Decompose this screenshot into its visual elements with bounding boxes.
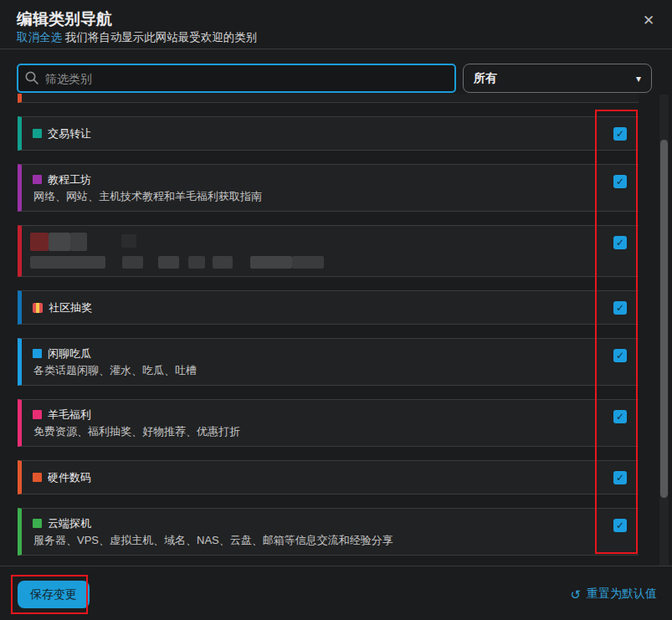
category-checkbox[interactable]: ✓	[613, 127, 627, 141]
category-color-icon	[33, 519, 42, 528]
deselect-all-link[interactable]: 取消全选	[17, 31, 62, 44]
category-checkbox[interactable]: ✓	[613, 301, 627, 315]
category-checkbox[interactable]: ✓	[613, 175, 627, 188]
search-input[interactable]	[17, 64, 456, 93]
category-name: 社区抽奖	[49, 300, 92, 315]
category-title-line: 教程工坊	[33, 172, 580, 187]
modal-footer: 保存变更 ↺ 重置为默认值	[0, 566, 672, 620]
modal-subtitle: 我们将自动显示此网站最受欢迎的类别	[65, 31, 258, 44]
category-name: 硬件数码	[48, 470, 91, 484]
redaction-blob	[30, 256, 105, 269]
redaction-blob	[158, 256, 179, 269]
filter-controls: 所有 ▾	[17, 64, 652, 93]
category-row[interactable]: ✓	[18, 225, 639, 277]
redacted-content	[22, 233, 580, 269]
category-row[interactable]: 硬件数码 ✓	[18, 460, 639, 494]
category-name: 闲聊吃瓜	[48, 346, 91, 361]
redaction-blob	[49, 233, 70, 251]
category-row[interactable]	[18, 94, 639, 103]
reset-icon: ↺	[570, 588, 581, 601]
category-name: 教程工坊	[48, 172, 91, 187]
category-title-line: 硬件数码	[33, 470, 580, 484]
category-title-line: 闲聊吃瓜	[33, 346, 580, 361]
search-box	[17, 64, 456, 93]
category-row[interactable]: 羊毛福利 免费资源、福利抽奖、好物推荐、优惠打折 ✓	[18, 399, 639, 447]
category-name: 羊毛福利	[48, 407, 91, 422]
category-description: 各类话题闲聊、灌水、吃瓜、吐槽	[33, 363, 580, 377]
category-name: 云端探机	[48, 516, 91, 530]
redaction-blob	[292, 256, 324, 269]
redaction-blob	[121, 234, 136, 248]
edit-category-navigation-modal: 编辑类别导航 取消全选 我们将自动显示此网站最受欢迎的类别 ✕ 所有 ▾ 交易转…	[0, 0, 672, 620]
category-checkbox[interactable]: ✓	[613, 236, 627, 249]
category-row[interactable]: 社区抽奖 ✓	[18, 290, 639, 325]
scrollbar-thumb[interactable]	[660, 140, 668, 498]
gift-icon	[33, 303, 43, 313]
category-description: 免费资源、福利抽奖、好物推荐、优惠打折	[33, 424, 580, 438]
save-button[interactable]: 保存变更	[18, 581, 90, 608]
category-row[interactable]: 交易转让 ✓	[18, 116, 639, 151]
category-title-line: 云端探机	[33, 516, 580, 530]
category-checkbox[interactable]: ✓	[613, 471, 627, 484]
scrollbar-track[interactable]	[659, 95, 669, 566]
category-color-icon	[33, 129, 42, 138]
category-title-line: 羊毛福利	[33, 407, 580, 422]
category-name: 交易转让	[48, 126, 91, 141]
category-checkbox[interactable]: ✓	[613, 519, 627, 532]
close-icon[interactable]: ✕	[639, 11, 659, 31]
redaction-blob	[250, 256, 292, 269]
redaction-blob	[70, 233, 87, 251]
redaction-blob	[213, 256, 233, 269]
category-rows: 交易转让 ✓ 教程工坊 网络、网站、主机技术教程和羊毛福利获取指南 ✓ ✓ 社区…	[0, 94, 672, 556]
category-color-icon	[33, 410, 42, 419]
category-checkbox[interactable]: ✓	[613, 349, 627, 362]
category-type-dropdown[interactable]: 所有 ▾	[463, 64, 652, 93]
modal-subtitle-line: 取消全选 我们将自动显示此网站最受欢迎的类别	[17, 30, 257, 45]
category-title-line: 交易转让	[33, 126, 580, 141]
redaction-blob	[188, 256, 205, 269]
category-description: 服务器、VPS、虚拟主机、域名、NAS、云盘、邮箱等信息交流和经验分享	[33, 533, 580, 547]
category-row[interactable]: 教程工坊 网络、网站、主机技术教程和羊毛福利获取指南 ✓	[18, 164, 639, 212]
category-row[interactable]: 云端探机 服务器、VPS、虚拟主机、域名、NAS、云盘、邮箱等信息交流和经验分享…	[18, 508, 639, 556]
modal-header: 编辑类别导航 取消全选 我们将自动显示此网站最受欢迎的类别 ✕	[0, 0, 672, 49]
chevron-down-icon: ▾	[636, 74, 641, 84]
reset-to-defaults-link[interactable]: ↺ 重置为默认值	[570, 587, 657, 602]
category-checkbox[interactable]: ✓	[613, 410, 627, 423]
category-color-icon	[33, 175, 42, 184]
reset-label: 重置为默认值	[587, 587, 657, 602]
dropdown-selected-value: 所有	[474, 71, 636, 86]
page-title: 编辑类别导航	[17, 8, 112, 30]
category-title-line: 社区抽奖	[33, 300, 580, 315]
category-description: 网络、网站、主机技术教程和羊毛福利获取指南	[33, 189, 580, 203]
category-color-icon	[33, 473, 42, 482]
category-list: 交易转让 ✓ 教程工坊 网络、网站、主机技术教程和羊毛福利获取指南 ✓ ✓ 社区…	[0, 94, 672, 566]
search-icon	[24, 70, 39, 85]
category-row[interactable]: 闲聊吃瓜 各类话题闲聊、灌水、吃瓜、吐槽 ✓	[18, 338, 639, 386]
category-color-icon	[33, 349, 42, 358]
redaction-blob	[30, 233, 49, 251]
redaction-blob	[122, 256, 143, 269]
